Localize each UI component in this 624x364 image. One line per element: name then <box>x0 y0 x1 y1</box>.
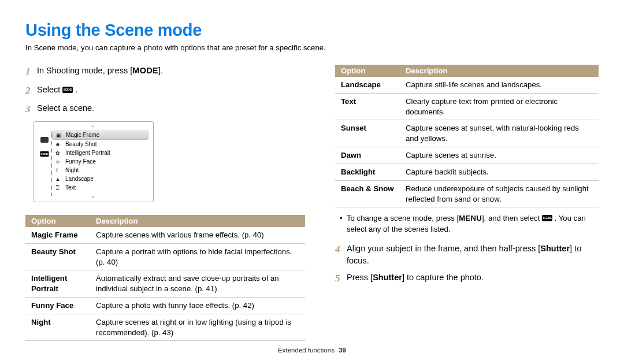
page-intro: In Scene mode, you can capture a photo w… <box>25 43 599 52</box>
table-row: Intelligent PortraitAutomatically extrac… <box>25 270 305 298</box>
table-row: Funny FaceCapture a photo with funny fac… <box>25 297 305 314</box>
table-header-row: Option Description <box>25 215 305 227</box>
frame-icon: ▣ <box>55 132 62 139</box>
text-icon: ≣ <box>54 184 61 191</box>
step-number: 2 <box>25 84 37 98</box>
two-column-layout: 1 In Shooting mode, press [MODE]. 2 Sele… <box>25 65 599 341</box>
step-4: 4 Align your subject in the frame, and t… <box>335 243 599 267</box>
moon-icon: ☾ <box>54 167 61 174</box>
table-row: NightCapture scenes at night or in low l… <box>25 314 305 341</box>
page-footer: Extended functions 39 <box>0 347 624 354</box>
table-row: SunsetCapture scenes at sunset, with nat… <box>335 120 599 147</box>
funny-face-icon: ☺ <box>54 158 61 165</box>
table-row: BacklightCapture backlit subjects. <box>335 164 599 180</box>
options-table-right: Option Description LandscapeCapture stil… <box>335 65 599 207</box>
manual-page: Using the Scene mode In Scene mode, you … <box>0 0 624 364</box>
step-2: 2 Select . <box>25 84 305 98</box>
step-text: Align your subject in the frame, and the… <box>347 243 599 267</box>
note-text: To change a scene mode, press [MENU], an… <box>347 213 599 235</box>
col-description: Description <box>400 65 599 77</box>
table-row: Beauty ShotCapture a portrait with optio… <box>25 243 305 270</box>
scene-mode-icon <box>40 151 49 157</box>
col-option: Option <box>335 65 400 77</box>
step-number: 5 <box>335 272 347 286</box>
left-column: 1 In Shooting mode, press [MODE]. 2 Sele… <box>25 65 305 341</box>
step-number: 1 <box>25 65 37 79</box>
scene-item-night: ☾Night <box>52 166 148 174</box>
step-text: Select . <box>37 84 305 98</box>
scroll-down-icon: ⌄ <box>38 194 148 198</box>
scene-item-funny-face: ☺Funny Face <box>52 158 148 166</box>
page-number: 39 <box>339 347 346 354</box>
scene-mode-icon <box>62 87 73 93</box>
face-icon: ☻ <box>54 141 61 148</box>
mode-rail <box>38 130 51 194</box>
col-description: Description <box>90 215 305 227</box>
scene-item-text: ≣Text <box>52 184 148 192</box>
table-row: DawnCapture scenes at sunrise. <box>335 147 599 164</box>
right-column: Option Description LandscapeCapture stil… <box>335 65 599 341</box>
table-row: Magic FrameCapture scenes with various f… <box>25 227 305 243</box>
options-table-left: Option Description Magic FrameCapture sc… <box>25 215 305 341</box>
scene-options-list: ▣Magic Frame ☻Beauty Shot ✿Intelligent P… <box>52 130 148 194</box>
camera-mode-icon <box>40 137 49 143</box>
page-title: Using the Scene mode <box>25 21 599 40</box>
table-header-row: Option Description <box>335 65 599 77</box>
step-text: Select a scene. <box>37 102 305 117</box>
footer-section: Extended functions <box>278 347 335 354</box>
table-row: LandscapeCapture still-life scenes and l… <box>335 77 599 93</box>
bullet-icon: • <box>340 213 347 235</box>
step-5: 5 Press [Shutter] to capture the photo. <box>335 272 599 286</box>
col-option: Option <box>25 215 90 227</box>
landscape-icon: ▲ <box>54 176 61 183</box>
step-text: In Shooting mode, press [MODE]. <box>37 65 305 79</box>
menu-key-label: MENU <box>459 214 482 222</box>
table-row: Beach & SnowReduce underexposure of subj… <box>335 180 599 207</box>
scene-mode-icon <box>542 215 552 221</box>
note-bullet: • To change a scene mode, press [MENU], … <box>340 213 599 235</box>
step-text: Press [Shutter] to capture the photo. <box>347 272 599 286</box>
shutter-key-label: Shutter <box>373 273 402 282</box>
step-3: 3 Select a scene. <box>25 102 305 117</box>
scroll-up-icon: ⌃ <box>38 125 148 130</box>
scene-item-beauty-shot: ☻Beauty Shot <box>52 140 148 148</box>
mode-key-label: MODE <box>132 66 158 75</box>
step-number: 3 <box>25 102 37 117</box>
shutter-key-label: Shutter <box>540 244 570 253</box>
scene-item-magic-frame: ▣Magic Frame <box>52 131 148 140</box>
scene-item-intelligent-portrait: ✿Intelligent Portrait <box>52 149 148 157</box>
step-number: 4 <box>335 243 347 267</box>
scene-list-screenshot: ⌃ ▣Magic Frame ☻Beauty Shot ✿Intelligent… <box>34 121 154 202</box>
table-row: TextClearly capture text from printed or… <box>335 93 599 120</box>
scene-item-landscape: ▲Landscape <box>52 175 148 183</box>
portrait-icon: ✿ <box>54 150 61 157</box>
step-1: 1 In Shooting mode, press [MODE]. <box>25 65 305 79</box>
